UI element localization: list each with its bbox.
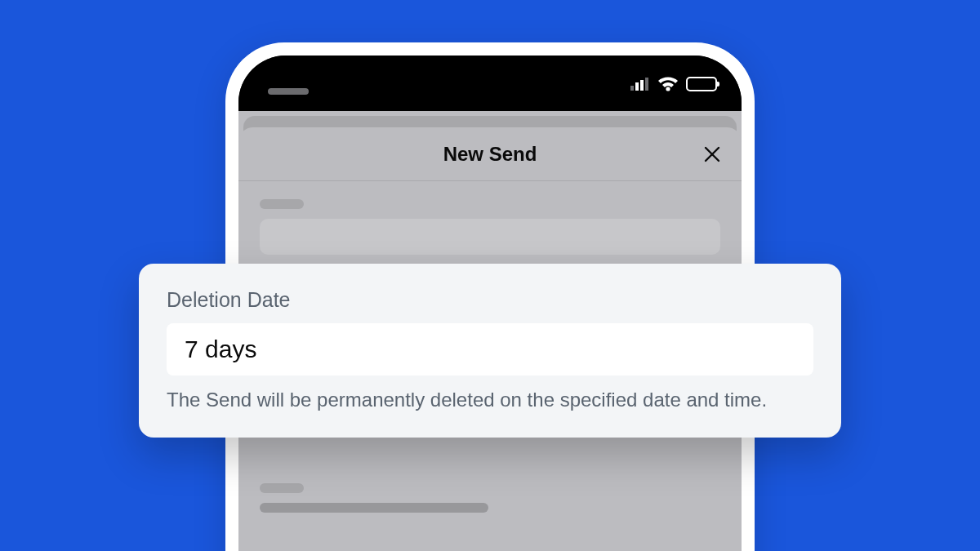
- cellular-icon: [630, 78, 650, 91]
- svg-point-4: [666, 87, 670, 91]
- wifi-icon: [657, 77, 679, 91]
- deletion-date-picker[interactable]: 7 days: [167, 323, 813, 375]
- deletion-date-callout: Deletion Date 7 days The Send will be pe…: [139, 264, 841, 438]
- status-indicator-pill: [268, 88, 309, 95]
- deletion-date-value: 7 days: [185, 335, 256, 363]
- skeleton-label: [260, 483, 304, 493]
- skeleton-field: [260, 219, 720, 255]
- skeleton-description: [260, 503, 488, 513]
- svg-rect-2: [640, 80, 644, 91]
- sheet-title: New Send: [443, 143, 537, 166]
- svg-rect-3: [645, 78, 648, 91]
- status-right: [630, 77, 717, 91]
- skeleton-label: [260, 199, 304, 209]
- svg-rect-1: [635, 82, 639, 91]
- deletion-date-label: Deletion Date: [167, 288, 813, 312]
- status-bar: [238, 56, 742, 111]
- sheet-header: New Send: [238, 127, 742, 181]
- deletion-date-help-text: The Send will be permanently deleted on …: [167, 387, 813, 413]
- svg-rect-0: [630, 86, 634, 91]
- close-button[interactable]: [699, 141, 725, 167]
- close-icon: [703, 145, 721, 163]
- battery-icon: [686, 77, 717, 91]
